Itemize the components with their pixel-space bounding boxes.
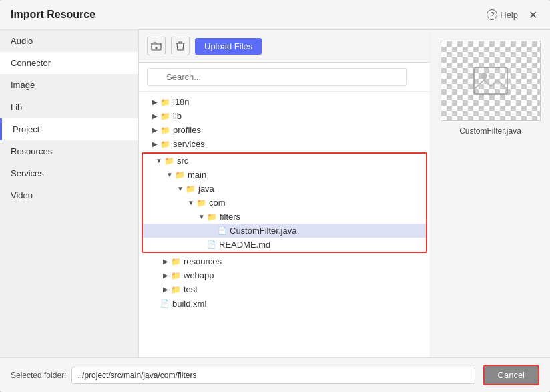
- tree-folder-i18n[interactable]: ▶ 📁 i18n: [139, 95, 430, 109]
- arrow-icon: ▶: [160, 286, 171, 293]
- sidebar-item-resources[interactable]: Resources: [0, 140, 138, 162]
- folder-icon: 📁: [160, 140, 170, 149]
- selected-folder-input[interactable]: [71, 367, 475, 384]
- dialog-title: Import Resource: [11, 9, 95, 21]
- title-bar: Import Resource ? Help ✕: [0, 0, 550, 30]
- tree-file-customfilter[interactable]: ▶ 📄 CustomFilter.java: [143, 224, 426, 238]
- arrow-icon: ▼: [164, 171, 175, 178]
- tree-folder-java[interactable]: ▼ 📁 java: [143, 182, 426, 196]
- upload-files-button[interactable]: Upload Files: [195, 38, 262, 55]
- arrow-icon: ▶: [160, 258, 171, 265]
- help-icon: ?: [487, 9, 497, 20]
- tree-folder-resources[interactable]: ▶ 📁 resources: [139, 254, 430, 268]
- cancel-button[interactable]: Cancel: [483, 365, 539, 385]
- tree-folder-services[interactable]: ▶ 📁 services: [139, 137, 430, 151]
- close-button[interactable]: ✕: [526, 8, 539, 21]
- folder-icon: 📁: [196, 198, 206, 208]
- new-folder-icon: [151, 41, 162, 51]
- delete-icon: [176, 41, 185, 51]
- import-resource-dialog: Import Resource ? Help ✕ Audio Connector…: [0, 0, 550, 392]
- file-icon: 📄: [207, 240, 216, 249]
- preview-filename: CustomFilter.java: [459, 126, 521, 136]
- arrow-icon: ▶: [150, 98, 160, 106]
- preview-panel: CustomFilter.java: [430, 30, 550, 357]
- bottom-bar: Selected folder: Cancel: [0, 357, 550, 392]
- file-tree: ▶ 📁 i18n ▶ 📁 lib ▶ 📁 profiles: [139, 92, 430, 357]
- tree-folder-src[interactable]: ▼ 📁 src: [143, 154, 426, 168]
- tree-folder-main[interactable]: ▼ 📁 main: [143, 168, 426, 182]
- title-bar-actions: ? Help ✕: [487, 8, 539, 21]
- sidebar-item-video[interactable]: Video: [0, 184, 138, 206]
- arrow-icon: ▶: [150, 112, 160, 120]
- folder-icon: 📁: [164, 156, 174, 166]
- arrow-icon: ▶: [150, 126, 160, 134]
- folder-icon: 📁: [160, 126, 170, 135]
- sidebar-item-image[interactable]: Image: [0, 74, 138, 96]
- search-wrapper: 🔍: [147, 68, 407, 86]
- tree-file-buildxml[interactable]: ▶ 📄 build.xml: [139, 297, 430, 311]
- red-border-section: ▼ 📁 src ▼ 📁 main ▼ 📁 java: [142, 152, 427, 253]
- arrow-icon: ▼: [154, 157, 164, 164]
- arrow-icon: ▶: [160, 272, 171, 279]
- svg-point-2: [481, 73, 487, 79]
- image-placeholder-icon: [471, 64, 511, 97]
- sidebar: Audio Connector Image Lib Project Resour…: [0, 30, 139, 357]
- new-folder-button[interactable]: [147, 37, 166, 55]
- tree-folder-profiles[interactable]: ▶ 📁 profiles: [139, 123, 430, 137]
- folder-icon: 📁: [175, 170, 185, 180]
- file-icon: 📄: [160, 299, 170, 308]
- arrow-icon: ▼: [196, 213, 207, 220]
- content-area: Upload Files 🔍 ▶ 📁 i18n ▶: [139, 30, 430, 357]
- main-content: Audio Connector Image Lib Project Resour…: [0, 30, 550, 357]
- svg-rect-1: [474, 67, 507, 94]
- sidebar-item-services[interactable]: Services: [0, 162, 138, 184]
- folder-icon: 📁: [171, 285, 181, 295]
- file-icon: 📄: [218, 226, 227, 235]
- folder-icon: 📁: [160, 112, 170, 121]
- tree-folder-test[interactable]: ▶ 📁 test: [139, 282, 430, 297]
- tree-folder-webapp[interactable]: ▶ 📁 webapp: [139, 268, 430, 282]
- folder-icon: 📁: [186, 184, 196, 194]
- sidebar-item-lib[interactable]: Lib: [0, 96, 138, 118]
- sidebar-item-audio[interactable]: Audio: [0, 30, 138, 52]
- toolbar: Upload Files: [139, 30, 430, 63]
- help-button[interactable]: ? Help: [487, 9, 518, 20]
- selected-folder-label: Selected folder:: [11, 371, 66, 380]
- arrow-icon: ▼: [175, 185, 186, 192]
- sidebar-item-connector[interactable]: Connector: [0, 52, 138, 74]
- search-bar: 🔍: [139, 63, 430, 92]
- search-input[interactable]: [147, 68, 407, 86]
- tree-folder-filters[interactable]: ▼ 📁 filters: [143, 210, 426, 224]
- tree-folder-lib[interactable]: ▶ 📁 lib: [139, 109, 430, 123]
- preview-image: [441, 41, 541, 121]
- sidebar-item-project[interactable]: Project: [0, 118, 138, 140]
- folder-icon: 📁: [171, 271, 181, 280]
- arrow-icon: ▶: [150, 140, 160, 148]
- help-label: Help: [500, 10, 518, 20]
- arrow-icon: ▼: [186, 199, 196, 206]
- tree-folder-com[interactable]: ▼ 📁 com: [143, 196, 426, 210]
- folder-icon: 📁: [171, 257, 181, 266]
- tree-file-readme[interactable]: ▶ 📄 README.md: [143, 238, 426, 252]
- folder-icon: 📁: [160, 97, 170, 107]
- folder-icon: 📁: [207, 212, 217, 222]
- delete-button[interactable]: [171, 37, 190, 55]
